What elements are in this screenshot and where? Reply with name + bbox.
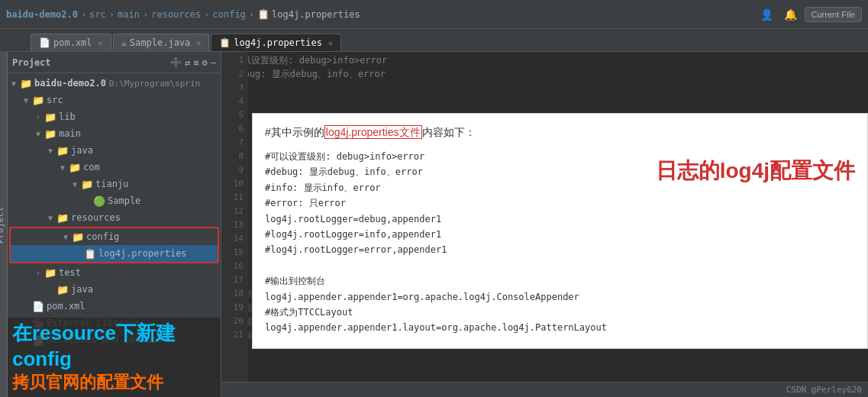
line-num-16: 16 <box>221 260 248 273</box>
project-vertical-tab[interactable]: Project <box>0 205 5 243</box>
log4j-tab-close[interactable]: ✕ <box>328 39 333 47</box>
line-numbers: 1 2 3 4 5 6 7 8 9 10 11 12 13 14 15 16 1… <box>221 52 248 397</box>
tab-log4j[interactable]: 📋 log4j.properties ✕ <box>211 34 341 51</box>
pom-tab-icon: 📄 <box>39 37 50 48</box>
tree-arrow-main: ▼ <box>32 130 44 138</box>
resources-label: resources <box>71 212 121 223</box>
minimize-icon[interactable]: – <box>211 57 216 68</box>
popup-code-line-4: #error: 只error <box>265 195 641 211</box>
config-folder-icon: 📁 <box>72 231 84 243</box>
log4j-file-icon: 📋 <box>84 248 96 260</box>
log4j-tab-label: log4j.properties <box>234 37 322 48</box>
project-label: baidu-demo2.0 <box>34 78 106 89</box>
tree-item-pom[interactable]: 📄 pom.xml <box>8 298 221 315</box>
tree-arrow-config: ▼ <box>60 233 72 241</box>
tree-arrow-src: ▼ <box>20 96 32 105</box>
add-icon[interactable]: ➕ <box>170 57 182 68</box>
java-label: java <box>71 145 93 156</box>
tab-pom[interactable]: 📄 pom.xml ✕ <box>31 34 111 51</box>
tree-item-resources[interactable]: ▼ 📁 resources <box>8 209 221 226</box>
line-num-9: 9 <box>221 163 248 177</box>
sample-tab-close[interactable]: ✕ <box>196 39 201 47</box>
list-icon[interactable]: ≡ <box>193 57 198 68</box>
tree-item-lib[interactable]: › 📁 lib <box>8 108 221 125</box>
lib-folder-icon: 📁 <box>44 111 56 123</box>
tianju-folder-icon: 📁 <box>81 179 93 190</box>
line-num-10: 10 <box>221 177 248 191</box>
tree-item-sample[interactable]: 🟢 Sample <box>8 192 221 209</box>
editor-area: 1 2 3 4 5 6 7 8 9 10 11 12 13 14 15 16 1… <box>221 52 868 397</box>
popup-code-line-3: #info: 显示info、error <box>265 180 641 195</box>
tree-arrow-resources: ▼ <box>44 214 56 222</box>
popup-code-line-12: log4j.appender.appender1.layout=org.apac… <box>265 320 641 335</box>
sidebar: Project Project ➕ ⇄ ≡ ⚙ – ▼ 📁 bai <box>0 52 221 397</box>
line-num-13: 13 <box>221 218 248 232</box>
line-num-18: 18 <box>221 287 248 301</box>
top-bar: baidu-demo2.0 › src › main › resources ›… <box>0 0 868 29</box>
notification-icon[interactable]: 🔔 <box>781 7 800 22</box>
project-path: D:\Myprogram\sprin <box>109 79 200 89</box>
line-num-6: 6 <box>221 122 248 136</box>
credit-text: CSDN @Perley620 <box>786 385 862 395</box>
user-icon[interactable]: 👤 <box>757 7 776 22</box>
test-java-label: java <box>71 284 93 295</box>
tree-arrow-project: ▼ <box>8 79 20 88</box>
pom-tab-close[interactable]: ✕ <box>98 39 103 47</box>
popup-title-suffix: 内容如下： <box>422 126 476 138</box>
src-label: src <box>47 95 63 105</box>
tree-item-tianju[interactable]: ▼ 📁 tianju <box>8 176 221 192</box>
status-bar: CSDN @Perley620 <box>221 382 868 397</box>
main-folder-icon: 📁 <box>44 128 56 140</box>
breadcrumb-sep2: › <box>109 9 115 20</box>
line-num-8: 8 <box>221 150 248 163</box>
settings-icon[interactable]: ⚙ <box>202 57 208 68</box>
breadcrumb-sep5: › <box>249 9 254 20</box>
tree-item-main[interactable]: ▼ 📁 main <box>8 125 221 142</box>
tree-item-java[interactable]: ▼ 📁 java <box>8 142 221 159</box>
popup-code-line-1: #可以设置级别: debug>info>error <box>265 149 641 164</box>
line-num-19: 19 <box>221 301 248 315</box>
tree-arrow-java: ▼ <box>44 147 56 155</box>
popup-code-line-10: log4j.appender.appender1=org.apache.log4… <box>265 289 641 305</box>
breadcrumb-file: 📋 log4j.properties <box>257 8 360 20</box>
tree-arrow-com: ▼ <box>56 163 69 172</box>
tab-bar: 📄 pom.xml ✕ ☕ Sample.java ✕ 📋 log4j.prop… <box>0 29 868 52</box>
popup-code-line-6: #log4j.rootLogger=info,appender1 <box>265 227 641 242</box>
project-folder-icon: 📁 <box>20 78 32 89</box>
code-line-3 <box>227 81 862 95</box>
current-file-button[interactable]: Current File <box>805 7 862 22</box>
tree-item-project[interactable]: ▼ 📁 baidu-demo2.0 D:\Myprogram\sprin <box>8 75 221 92</box>
tree-item-config[interactable]: ▼ 📁 config <box>11 228 218 245</box>
breadcrumb-main[interactable]: main <box>118 9 140 20</box>
sample-label: Sample <box>108 195 140 206</box>
breadcrumb-resources[interactable]: resources <box>151 9 201 20</box>
config-group: ▼ 📁 config 📋 log4j.properties <box>9 227 219 263</box>
breadcrumb-src[interactable]: src <box>89 9 106 20</box>
popup-code-line-7: #log4j.rootLogger=error,appender1 <box>265 242 641 257</box>
pom-file-icon: 📄 <box>32 301 44 312</box>
sync-icon[interactable]: ⇄ <box>185 57 190 68</box>
breadcrumb-project[interactable]: baidu-demo2.0 <box>6 9 78 20</box>
overlay-text-1: 在resource下新建config <box>12 321 221 373</box>
line-num-11: 11 <box>221 191 248 205</box>
main-label: main <box>59 128 81 139</box>
tree-item-log4j[interactable]: 📋 log4j.properties <box>11 245 218 262</box>
tree: ▼ 📁 baidu-demo2.0 D:\Myprogram\sprin ▼ 📁… <box>8 73 221 350</box>
code-line-4 <box>227 95 862 108</box>
tree-item-com[interactable]: ▼ 📁 com <box>8 159 221 176</box>
popup-highlight: log4j.properties文件 <box>324 125 422 139</box>
tree-item-test[interactable]: › 📁 test <box>8 264 221 281</box>
tree-arrow-test: › <box>32 269 44 277</box>
sample-icon: 🟢 <box>93 195 105 207</box>
sample-tab-icon: ☕ <box>121 37 127 48</box>
breadcrumb-config[interactable]: config <box>212 9 245 20</box>
breadcrumb-sep1: › <box>81 9 86 20</box>
popup-code-line-11: #格式为TTCCLayout <box>265 305 641 320</box>
tree-item-src[interactable]: ▼ 📁 src <box>8 92 221 108</box>
tab-sample[interactable]: ☕ Sample.java ✕ <box>113 34 210 51</box>
tree-item-test-java[interactable]: 📁 java <box>8 281 221 298</box>
popup-code-line-8 <box>265 258 641 273</box>
resources-folder-icon: 📁 <box>56 212 69 224</box>
left-overlay: 在resource下新建config 拷贝官网的配置文件 <box>8 318 221 397</box>
line-num-12: 12 <box>221 205 248 218</box>
